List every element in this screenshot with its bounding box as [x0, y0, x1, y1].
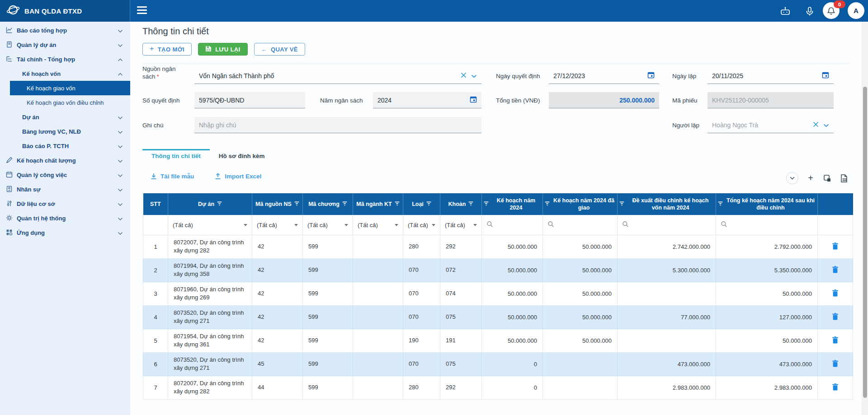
column-header-5[interactable]: Loại: [403, 193, 440, 215]
back-button[interactable]: ← QUAY VỀ: [254, 43, 305, 56]
filter-search-7[interactable]: [482, 215, 543, 235]
column-header-6[interactable]: Khoản: [440, 193, 482, 215]
field-ghi_chu[interactable]: Nhập ghi chú: [194, 117, 481, 133]
microphone-icon[interactable]: [804, 5, 816, 17]
filter-dropdown-3[interactable]: (Tất cả): [303, 215, 353, 235]
chevron-down-icon[interactable]: [471, 72, 477, 79]
column-header-3[interactable]: Mã chương: [303, 193, 353, 215]
filter-search-8[interactable]: [543, 215, 618, 235]
sidebar-item-du-an[interactable]: Dự án: [0, 110, 130, 124]
column-header-2[interactable]: Mã nguồn NS: [252, 193, 303, 215]
filter-dropdown-2[interactable]: (Tất cả): [252, 215, 303, 235]
filter-dropdown-5[interactable]: (Tất cả): [403, 215, 440, 235]
chevron-down-icon: [118, 158, 123, 164]
sidebar-item-bao-cao-p-tcth[interactable]: Báo cáo P. TCTH: [0, 139, 130, 153]
import-excel-link[interactable]: Import Excel: [215, 173, 261, 180]
tab-thong-tin-chi-tiet[interactable]: Thông tin chi tiết: [142, 149, 210, 164]
scrollbar-thumb[interactable]: [863, 87, 867, 398]
chevron-down-icon[interactable]: [823, 121, 829, 129]
column-header-8[interactable]: Kế hoạch năm 2024 đã giao: [543, 193, 618, 215]
filter-icon[interactable]: [545, 201, 550, 208]
export-file-icon[interactable]: [840, 174, 849, 183]
data-cell: 292: [440, 376, 482, 399]
field-nguon_ngan_sach[interactable]: Vốn Ngân sách Thành phố: [194, 68, 481, 84]
trash-icon: [832, 313, 838, 320]
sidebar-item-quan-ly-cong-viec[interactable]: Quản lý công việc: [0, 168, 130, 182]
sidebar-item-du-lieu-co-so[interactable]: Dữ liệu cơ sở: [0, 196, 130, 211]
tab-ho-so-dinh-kem[interactable]: Hồ sơ đính kèm: [210, 149, 274, 164]
delete-row-button[interactable]: [832, 360, 838, 367]
data-cell: [353, 305, 403, 329]
delete-row-button[interactable]: [832, 313, 838, 320]
calendar-picker-icon[interactable]: [647, 71, 655, 80]
download-template-link[interactable]: Tải file mẫu: [151, 173, 194, 180]
data-cell: [353, 329, 403, 352]
filter-icon[interactable]: [718, 201, 723, 208]
data-cell: [353, 282, 403, 305]
field-nguoi_lap[interactable]: Hoàng Ngọc Trà: [708, 117, 834, 133]
delete-row-button[interactable]: [832, 266, 838, 273]
sidebar-item-ke-hoach-von[interactable]: Kế hoạch vốn: [0, 66, 130, 81]
field-ngay_lap[interactable]: 20/11/2025: [708, 68, 834, 84]
clear-icon[interactable]: [461, 72, 467, 79]
filter-icon[interactable]: [395, 201, 400, 208]
field-so_quyet_dinh[interactable]: 5975/QĐ-UBND: [194, 92, 305, 108]
sidebar-item-ung-dung[interactable]: Ứng dụng: [0, 225, 130, 240]
field-ngay_quyet_dinh[interactable]: 27/12/2023: [549, 68, 659, 84]
finance-icon: [6, 56, 13, 63]
vertical-scrollbar[interactable]: [862, 22, 868, 415]
sidebar-item-quan-ly-du-an[interactable]: Quản lý dự án: [0, 37, 130, 52]
menu-toggle-icon[interactable]: [137, 6, 147, 15]
delete-row-button[interactable]: [832, 289, 838, 297]
sidebar-item-tai-chinh-tong-hop[interactable]: Tài chính - Tổng hợp: [0, 52, 130, 66]
sliders-icon: [6, 200, 13, 207]
sidebar-item-ke-hoach-chat-luong[interactable]: Kế hoạch chất lượng: [0, 153, 130, 168]
calendar-picker-icon[interactable]: [822, 71, 829, 80]
filter-icon[interactable]: [342, 201, 347, 208]
filter-icon[interactable]: [468, 201, 473, 208]
sidebar-item-nhan-su[interactable]: Nhân sự: [0, 182, 130, 196]
notifications-button[interactable]: 0: [823, 2, 840, 19]
row-actions-cell: [818, 305, 853, 329]
user-avatar[interactable]: A: [848, 2, 864, 19]
filter-search-10[interactable]: [716, 215, 818, 235]
allocation-table: STTDự ánMã nguồn NSMã chươngMã ngành KTL…: [143, 193, 853, 400]
filter-icon[interactable]: [484, 201, 489, 208]
column-header-7[interactable]: Kế hoạch năm 2024: [482, 193, 543, 215]
column-header-9[interactable]: Đề xuất điều chỉnh kế hoạch vốn năm 2024: [618, 193, 716, 215]
data-cell: 42: [252, 329, 303, 352]
filter-dropdown-6[interactable]: (Tất cả): [440, 215, 482, 235]
filter-search-9[interactable]: [618, 215, 716, 235]
delete-row-button[interactable]: [832, 336, 838, 344]
chatbot-icon[interactable]: [779, 5, 791, 17]
collapse-panel-button[interactable]: [786, 172, 798, 184]
calendar-picker-icon[interactable]: [470, 96, 477, 104]
column-header-actions: [818, 193, 853, 215]
create-button[interactable]: + TẠO MỚI: [142, 43, 192, 56]
add-row-button[interactable]: +: [806, 174, 815, 183]
column-header-10[interactable]: Tổng kế hoạch năm 2024 sau khi điều chỉn…: [716, 193, 818, 215]
column-header-4[interactable]: Mã ngành KT: [353, 193, 403, 215]
data-cell: 2.983.000.000: [618, 376, 716, 399]
filter-icon[interactable]: [294, 201, 299, 208]
filter-icon[interactable]: [217, 201, 222, 208]
sidebar-item-bao-cao-tong-hop[interactable]: Báo cáo tổng hợp: [0, 23, 130, 37]
field-nam_ngan_sach[interactable]: 2024: [373, 92, 481, 108]
filter-dropdown-1[interactable]: (Tất cả): [168, 215, 252, 235]
sidebar-item-ke-hoach-giao-von[interactable]: Kế hoạch giao vốn: [10, 81, 130, 95]
sidebar-item-bang-luong-vc-nld[interactable]: Bảng lương VC, NLĐ: [0, 124, 130, 139]
arrow-left-icon: ←: [261, 46, 267, 53]
filter-icon[interactable]: [619, 201, 624, 208]
app-brand-name: BAN QLDA ĐTXD: [24, 7, 82, 15]
clear-icon[interactable]: [813, 121, 819, 129]
save-button[interactable]: LƯU LẠI: [198, 43, 247, 56]
delete-row-button[interactable]: [832, 242, 838, 250]
filter-dropdown-4[interactable]: (Tất cả): [353, 215, 403, 235]
delete-row-button[interactable]: [832, 383, 838, 391]
data-cell: [543, 352, 618, 376]
sidebar-item-quan-tri-he-thong[interactable]: Quản trị hệ thống: [0, 211, 130, 225]
column-header-1[interactable]: Dự án: [168, 193, 252, 215]
sidebar-item-ke-hoach-giao-von-dieu-chinh[interactable]: Kế hoạch giao vốn điều chỉnh: [0, 95, 130, 110]
duplicate-icon[interactable]: [823, 174, 832, 183]
filter-icon[interactable]: [426, 201, 431, 208]
